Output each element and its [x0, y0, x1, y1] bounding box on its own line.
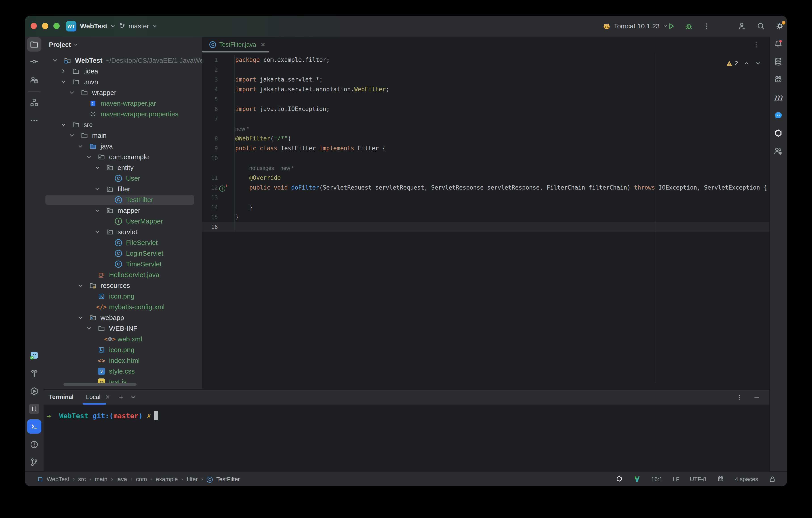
debug-button[interactable] — [685, 22, 693, 31]
tree-item-maven-wrapper-properties[interactable]: maven-wrapper.properties — [44, 109, 202, 119]
terminal-tab-local[interactable]: Local — [86, 390, 100, 404]
notifications-button[interactable] — [771, 37, 785, 51]
tree-item-loginservlet[interactable]: CLoginServlet — [44, 248, 202, 259]
tree-item-timeservlet[interactable]: CTimeServlet — [44, 259, 202, 270]
tree-item-web-xml[interactable]: <>web.xml — [44, 334, 202, 344]
tree-item-icon-png[interactable]: icon.png — [44, 344, 202, 355]
new-terminal-icon[interactable] — [117, 390, 125, 404]
breadcrumb-example[interactable]: example — [156, 476, 178, 483]
pull-requests-tool-button[interactable]: ? — [27, 73, 41, 87]
build-tool-button[interactable] — [27, 366, 41, 380]
tree-item-fileservlet[interactable]: CFileServlet — [44, 237, 202, 248]
project-tool-button[interactable] — [27, 37, 41, 52]
chevron-down-icon[interactable] — [52, 57, 63, 64]
tree-item--mvn[interactable]: .mvn — [44, 77, 202, 87]
v-plugin-status-icon[interactable] — [633, 475, 641, 483]
openai-status-icon[interactable] — [615, 475, 623, 483]
tree-item-user[interactable]: CUser — [44, 173, 202, 184]
code-inlay-row[interactable]: no usages new * — [202, 163, 769, 173]
close-tab-icon[interactable]: ✕ — [261, 41, 265, 48]
chevron-down-icon[interactable] — [86, 154, 96, 160]
tab-testfilter[interactable]: C TestFilter.java ✕ — [202, 37, 265, 53]
code-line-8[interactable]: 8@WebFilter("/*") — [202, 133, 769, 143]
code-with-me-button[interactable] — [737, 22, 747, 31]
tree-item-mybatis-config-xml[interactable]: </>mybatis-config.xml — [44, 302, 202, 312]
tree-item-src[interactable]: src — [44, 119, 202, 130]
settings-button[interactable] — [775, 22, 784, 31]
tree-item-wrapper[interactable]: wrapper — [44, 87, 202, 98]
tree-item-resources[interactable]: resources — [44, 280, 202, 291]
chevron-down-icon[interactable] — [77, 314, 88, 321]
tree-item-usermapper[interactable]: IUserMapper — [44, 216, 202, 226]
chevron-down-icon[interactable] — [77, 282, 88, 289]
tree-item-webtest[interactable]: WebTest~/Desktop/CS/JavaEE/1 JavaWeb/Co — [44, 55, 202, 66]
project-panel-header[interactable]: Project — [44, 37, 202, 53]
fullscreen-window-button[interactable] — [53, 23, 60, 29]
tree-item-helloservlet-java[interactable]: HelloServlet.java — [44, 270, 202, 280]
code-line-3[interactable]: 3import jakarta.servlet.*; — [202, 74, 769, 84]
close-terminal-tab-icon[interactable]: ✕ — [105, 390, 110, 404]
tree-item-icon-png[interactable]: icon.png — [44, 291, 202, 302]
code-line-10[interactable]: 10 — [202, 153, 769, 163]
breadcrumb-main[interactable]: main — [95, 476, 107, 483]
terminal-tool-button[interactable] — [27, 419, 41, 434]
chat-plugin-button[interactable] — [771, 108, 785, 123]
users-chat-plugin-button[interactable] — [771, 144, 785, 158]
unlock-icon[interactable] — [768, 475, 777, 483]
breadcrumb-testfilter[interactable]: TestFilter — [216, 476, 240, 483]
tree-item-filter[interactable]: filter — [44, 184, 202, 194]
services-tool-button[interactable] — [27, 384, 41, 398]
code-inlay-row[interactable]: new * — [202, 124, 769, 133]
terminal-options-chevron-icon[interactable] — [130, 390, 137, 404]
code-line-5[interactable]: 5 — [202, 94, 769, 104]
indent-setting[interactable]: 4 spaces — [735, 476, 758, 483]
tree-item-webapp[interactable]: webapp — [44, 312, 202, 323]
implementing-method-gutter-icon[interactable]: I↑ — [219, 184, 225, 191]
database-button[interactable] — [771, 55, 785, 69]
code-line-12[interactable]: 12I↑ public void doFilter(ServletRequest… — [202, 183, 769, 192]
breadcrumb-com[interactable]: com — [136, 476, 147, 483]
code-line-2[interactable]: 2 — [202, 65, 769, 74]
tree-item-main[interactable]: main — [44, 130, 202, 141]
tree-item-java[interactable]: java — [44, 141, 202, 152]
line-separator[interactable]: LF — [673, 476, 679, 483]
code-line-9[interactable]: 9public class TestFilter implements Filt… — [202, 143, 769, 153]
more-tools-button[interactable] — [27, 114, 41, 128]
run-config-widget[interactable]: Tomcat 10.1.23 — [603, 16, 668, 37]
tree-item-maven-wrapper-jar[interactable]: maven-wrapper.jar — [44, 98, 202, 109]
breadcrumb-webtest[interactable]: WebTest — [47, 476, 69, 483]
code-line-6[interactable]: 6import java.io.IOException; — [202, 104, 769, 114]
tree-item-testfilter[interactable]: CTestFilter — [44, 194, 202, 205]
tree-item-servlet[interactable]: servlet — [44, 226, 202, 237]
tree-item-test-js[interactable]: JStest.js — [44, 377, 202, 383]
code-line-7[interactable]: 7 — [202, 114, 769, 124]
file-encoding[interactable]: UTF-8 — [690, 476, 706, 483]
chevron-down-icon[interactable] — [69, 132, 80, 139]
tree-item--idea[interactable]: .idea — [44, 66, 202, 77]
breadcrumb-src[interactable]: src — [78, 476, 86, 483]
code-line-14[interactable]: 14 } — [202, 202, 769, 212]
tree-item-com-example[interactable]: com.example — [44, 152, 202, 162]
chevron-down-icon[interactable] — [94, 207, 105, 214]
tree-horizontal-scrollbar[interactable] — [63, 383, 137, 386]
code-area[interactable]: 1package com.example.filter;23import jak… — [202, 53, 769, 389]
search-everywhere-button[interactable] — [756, 22, 765, 31]
close-window-button[interactable] — [31, 23, 37, 29]
code-line-13[interactable]: 13 — [202, 192, 769, 202]
dev-container-tool-button[interactable] — [27, 402, 41, 416]
robot-status-icon[interactable] — [717, 475, 725, 483]
tree-item-web-inf[interactable]: WEB-INF — [44, 323, 202, 334]
ai-robot-button[interactable] — [771, 72, 785, 87]
chevron-down-icon[interactable] — [60, 122, 71, 128]
project-widget[interactable]: WebTest — [80, 16, 116, 37]
m-plugin-button[interactable]: m — [771, 90, 785, 104]
tree-item-entity[interactable]: entity — [44, 162, 202, 173]
chevron-down-icon[interactable] — [86, 325, 96, 332]
chevron-down-icon[interactable] — [94, 229, 105, 235]
problems-tool-button[interactable] — [27, 437, 41, 452]
git-tool-button[interactable] — [27, 455, 41, 469]
chevron-down-icon[interactable] — [77, 143, 88, 149]
openai-plugin-button[interactable] — [771, 126, 785, 141]
code-line-1[interactable]: 1package com.example.filter; — [202, 55, 769, 65]
chevron-down-icon[interactable] — [94, 164, 105, 171]
